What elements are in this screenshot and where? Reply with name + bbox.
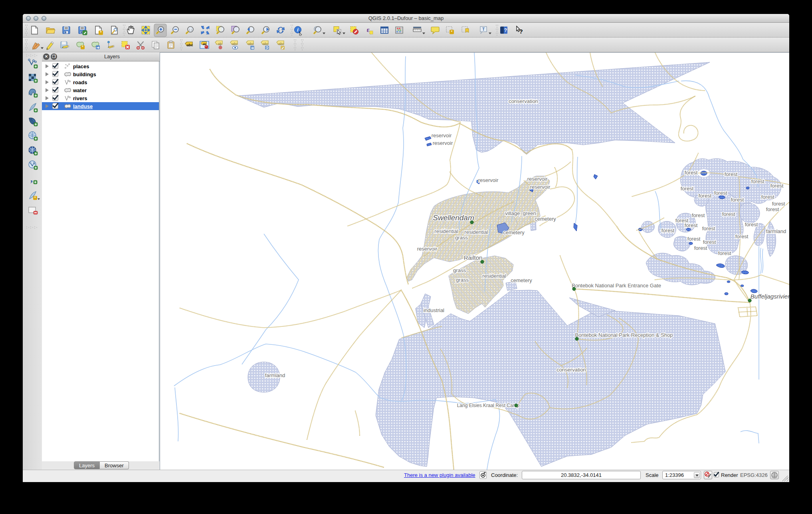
svg-text:1:1: 1:1 <box>188 28 192 31</box>
svg-text:Bontebok National Park Entranc: Bontebok National Park Entrance Gate <box>572 283 661 289</box>
svg-text:ab: ab <box>218 42 222 46</box>
svg-text:forest: forest <box>687 236 701 242</box>
svg-text:*: * <box>100 30 102 36</box>
svg-text:*: * <box>82 45 83 49</box>
svg-text:*: * <box>34 196 36 200</box>
svg-text:Bontebok National Park Recepti: Bontebok National Park Reception & Shop <box>575 332 673 338</box>
svg-text:forest: forest <box>685 170 698 176</box>
svg-text:cemetery: cemetery <box>511 277 532 283</box>
svg-text:reservoir: reservoir <box>478 177 499 183</box>
svg-text:farmland: farmland <box>766 228 786 234</box>
svg-text:village_green: village_green <box>505 210 536 216</box>
svg-text:forest: forest <box>745 221 758 227</box>
svg-text:Railton: Railton <box>464 254 483 261</box>
svg-text:cemetery: cemetery <box>503 229 525 235</box>
svg-text:reservoir: reservoir <box>530 184 551 190</box>
svg-text:forest: forest <box>703 239 716 245</box>
svg-text:abc: abc <box>278 42 284 46</box>
svg-text:farmland: farmland <box>265 372 285 378</box>
svg-text:forest: forest <box>718 250 731 256</box>
svg-text:forest: forest <box>751 178 764 184</box>
svg-text:forest: forest <box>692 212 705 218</box>
svg-text:forest: forest <box>770 183 784 189</box>
svg-text:conservation: conservation <box>509 98 538 104</box>
svg-text:abc: abc <box>232 42 238 46</box>
svg-text:reservoir: reservoir <box>417 246 438 252</box>
svg-text:forest: forest <box>714 190 727 196</box>
svg-text:forest: forest <box>681 186 694 192</box>
svg-text:cemetery: cemetery <box>535 216 556 222</box>
svg-text:*: * <box>451 30 453 34</box>
svg-text:?: ? <box>504 28 507 33</box>
svg-text:T: T <box>482 27 485 32</box>
svg-text:forest: forest <box>661 227 675 233</box>
svg-text:forest: forest <box>731 197 744 203</box>
svg-text:grass: grass <box>453 267 466 273</box>
svg-text:reservoir: reservoir <box>432 132 452 138</box>
svg-text:,: , <box>30 173 33 184</box>
svg-text:forest: forest <box>722 211 735 217</box>
svg-text:forest: forest <box>702 225 715 231</box>
svg-text:residential: residential <box>482 273 506 279</box>
svg-text:abc: abc <box>187 43 193 47</box>
svg-text:abc: abc <box>248 42 254 46</box>
svg-text:residential: residential <box>434 228 458 234</box>
svg-text:forest: forest <box>735 233 749 239</box>
svg-text:conservation: conservation <box>557 367 586 373</box>
svg-text:abc: abc <box>263 42 269 46</box>
svg-text:reservoir: reservoir <box>527 176 548 182</box>
svg-text:forest: forest <box>699 193 712 199</box>
svg-text:grass: grass <box>455 235 468 241</box>
svg-text:forest: forest <box>685 222 698 228</box>
svg-text:forest: forest <box>725 171 738 177</box>
svg-text:Lang Elsies Kraal Rest Camp: Lang Elsies Kraal Rest Camp <box>457 403 520 408</box>
svg-text:forest: forest <box>694 245 707 251</box>
svg-text:forest: forest <box>766 206 779 212</box>
svg-text:forest: forest <box>761 194 774 200</box>
svg-text:industrial: industrial <box>424 307 444 313</box>
svg-text:Swellendam: Swellendam <box>433 214 474 222</box>
svg-text:?: ? <box>519 28 523 35</box>
svg-text:ε: ε <box>366 26 369 34</box>
svg-text:Buffeljagsrivier: Buffeljagsrivier <box>751 293 789 300</box>
svg-text:grass: grass <box>456 277 469 283</box>
svg-text:residential: residential <box>464 229 488 235</box>
svg-text:reservoir: reservoir <box>433 140 453 146</box>
svg-text:forest: forest <box>772 201 785 207</box>
